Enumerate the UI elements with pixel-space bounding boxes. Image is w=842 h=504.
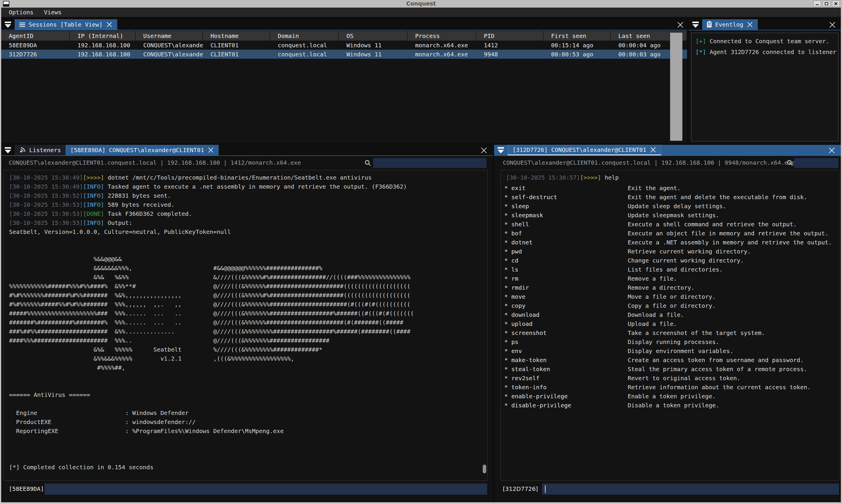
help-row: * copyCopy a file or directory. (504, 301, 839, 310)
help-command: * ps (504, 338, 628, 347)
help-row: * rmRemove a file. (504, 274, 839, 283)
help-row: * exitExit the agent. (504, 184, 839, 193)
column-header-agentid[interactable]: AgentID (1, 31, 70, 41)
cell: Windows 11 (339, 50, 408, 59)
tab-label: [312D7726] CONQUEST\alexander@CLIENT01 (513, 146, 647, 153)
console-output[interactable]: [30-10-2025 15:30:49][>>>>] dotnet /mnt/… (3, 170, 488, 481)
help-command: * rmdir (504, 283, 628, 292)
pane-menu-button[interactable] (1, 145, 15, 155)
cell: 58EE89DA (1, 41, 70, 50)
column-header-process[interactable]: Process (408, 31, 476, 41)
console-scrollbar-thumb[interactable] (483, 465, 486, 473)
close-tab-icon[interactable] (747, 21, 753, 28)
tab-eventlog[interactable]: Eventlog (702, 19, 758, 30)
tab-listeners[interactable]: Listeners (15, 145, 66, 155)
help-command: * token-info (504, 383, 628, 392)
help-command: * bof (504, 229, 628, 238)
tab-sessions-table-view[interactable]: Sessions [Table View] (15, 19, 117, 30)
table-header-row: AgentIDIP (Internal)UsernameHostnameDoma… (1, 31, 687, 41)
chevron-down-icon (5, 150, 11, 153)
chevron-down-icon (498, 150, 504, 153)
clipboard-icon (707, 22, 711, 28)
tab-agent-58EE89DA[interactable]: [58EE89DA] CONQUEST\alexander@CLIENT01 (66, 145, 219, 155)
cell: CONQUEST\alexander (136, 41, 203, 50)
menu-options[interactable]: Options (9, 9, 33, 16)
tab-label: Eventlog (715, 21, 743, 28)
log-timestamp: [30-10-2025 15:30:49] (9, 183, 83, 190)
help-row: * token-infoRetrieve information about t… (504, 383, 839, 392)
agent-console-pane-312D7726: [312D7726] CONQUEST\alexander@CLIENT01 C… (494, 145, 841, 502)
help-command: * rm (504, 274, 628, 283)
tab-label: Sessions [Table View] (29, 21, 103, 28)
command-input[interactable] (45, 484, 487, 494)
text-cursor (545, 485, 546, 493)
tab-agent-312D7726[interactable]: [312D7726] CONQUEST\alexander@CLIENT01 (508, 145, 661, 155)
help-row: * steal-tokenSteal the primary access to… (504, 365, 839, 374)
help-description: Execute a .NET assembly in memory and re… (628, 238, 832, 247)
help-command: * enable-privilege (504, 392, 628, 401)
maximize-button[interactable] (823, 1, 830, 7)
close-tab-icon[interactable] (650, 147, 656, 153)
console-tabbar: Listeners [58EE89DA] CONQUEST\alexander@… (1, 145, 493, 156)
column-header-username[interactable]: Username (136, 31, 203, 41)
help-description: Update sleepmask settings. (628, 211, 719, 220)
eventlog-tag: [+] (695, 38, 706, 45)
cell: conquest.local (270, 50, 339, 59)
command-input-focused[interactable] (542, 484, 839, 494)
column-header-ip-internal-[interactable]: IP (Internal) (70, 31, 136, 41)
help-command: * rev2self (504, 374, 628, 383)
close-console-pane-button[interactable] (479, 145, 489, 156)
cell: CLIENT01 (203, 50, 270, 59)
help-command: * cd (504, 256, 628, 265)
log-timestamp: [30-10-2025 15:30:52] (9, 192, 83, 199)
eventlog-text: Connected to Conquest team server. (706, 38, 829, 45)
help-row: * downloadDownload a file. (504, 310, 839, 320)
close-eventlog-pane-button[interactable] (827, 19, 837, 30)
search-input[interactable] (373, 158, 486, 168)
help-description: Display running processes. (628, 338, 719, 347)
column-header-first-seen[interactable]: First seen (544, 31, 611, 41)
console-tabbar-focused: [312D7726] CONQUEST\alexander@CLIENT01 (494, 145, 841, 156)
close-tab-icon[interactable] (106, 21, 113, 28)
help-description: Download a file. (628, 310, 684, 320)
log-tag: [INFO] (83, 183, 104, 190)
help-row: * self-destructExit the agent and delete… (504, 193, 839, 202)
pane-menu-button[interactable] (1, 19, 15, 30)
help-description: Remove a directory. (628, 283, 695, 292)
close-console-pane-button[interactable] (827, 145, 837, 156)
minimize-button[interactable] (813, 1, 821, 7)
session-row-58EE89DA[interactable]: 58EE89DA192.168.168.100CONQUEST\alexande… (1, 41, 687, 50)
cell: Windows 11 (339, 41, 408, 50)
help-description: Retrieve information about the current a… (628, 383, 811, 392)
log-tag: [INFO] (83, 192, 104, 199)
sessions-scrollbar[interactable] (670, 33, 682, 141)
session-row-312D7726[interactable]: 312D7726192.168.168.100CONQUEST\alexande… (1, 50, 687, 59)
column-header-os[interactable]: OS (339, 31, 408, 41)
log-timestamp: [30-10-2025 15:30:53] (9, 219, 83, 226)
column-header-domain[interactable]: Domain (270, 31, 339, 41)
pane-menu-button[interactable] (494, 145, 508, 155)
column-header-hostname[interactable]: Hostname (203, 31, 270, 41)
help-command-list: * exitExit the agent.* self-destructExit… (501, 184, 839, 410)
pane-menu-button[interactable] (689, 19, 702, 30)
collapse-icon (498, 147, 504, 149)
minimize-icon (815, 2, 819, 5)
console-output[interactable]: [30-10-2025 15:30:57][>>>>] help * exitE… (500, 170, 839, 481)
close-window-button[interactable] (832, 1, 840, 7)
menu-views[interactable]: Views (44, 9, 62, 16)
column-header-pid[interactable]: PID (476, 31, 544, 41)
log-timestamp: [30-10-2025 15:30:49] (9, 174, 83, 181)
cell: conquest.local (270, 41, 339, 50)
close-sessions-pane-button[interactable] (675, 19, 685, 30)
help-row: * bofExecute an object file in memory an… (504, 229, 839, 238)
collapse-icon (5, 147, 11, 149)
search-input[interactable] (794, 158, 839, 168)
console-output-text: [30-10-2025 15:30:49][>>>>] dotnet /mnt/… (4, 170, 487, 472)
help-command: * exit (504, 184, 628, 193)
close-icon (828, 147, 835, 154)
table-list-icon (19, 22, 25, 27)
cell: monarch.x64.exe (408, 50, 476, 59)
cell: CONQUEST\alexander (136, 50, 203, 59)
window-titlebar[interactable]: Conquest (0, 0, 842, 7)
close-tab-icon[interactable] (208, 147, 214, 153)
